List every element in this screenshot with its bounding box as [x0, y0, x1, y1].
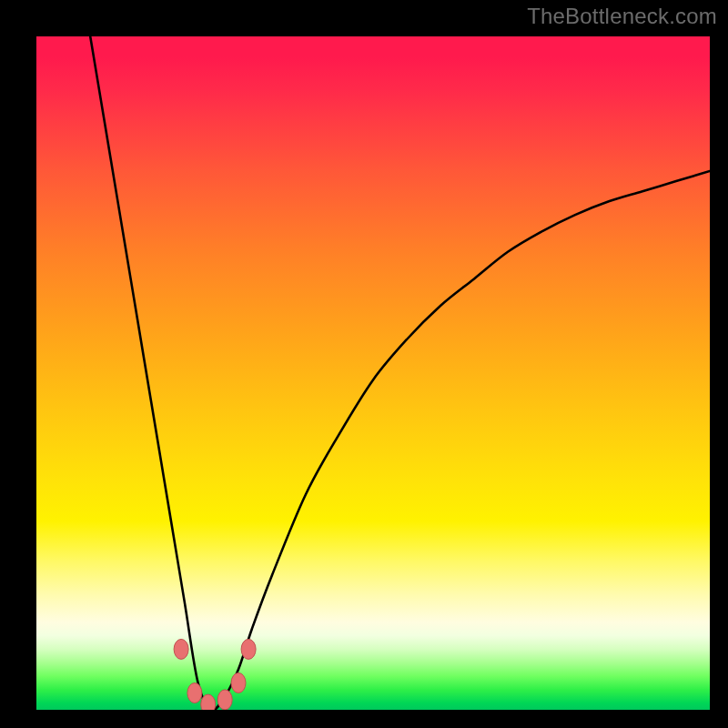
trough-marker	[201, 694, 216, 710]
chart-frame: TheBottleneck.com	[0, 0, 728, 728]
trough-markers	[174, 639, 256, 710]
watermark-text: TheBottleneck.com	[527, 4, 717, 29]
plot-area	[36, 36, 710, 710]
curve-layer	[36, 36, 710, 710]
trough-marker	[174, 639, 188, 659]
trough-marker	[241, 639, 256, 659]
trough-marker	[217, 690, 232, 710]
bottleneck-curve	[90, 36, 710, 710]
trough-marker	[231, 672, 246, 693]
trough-marker	[187, 683, 202, 703]
